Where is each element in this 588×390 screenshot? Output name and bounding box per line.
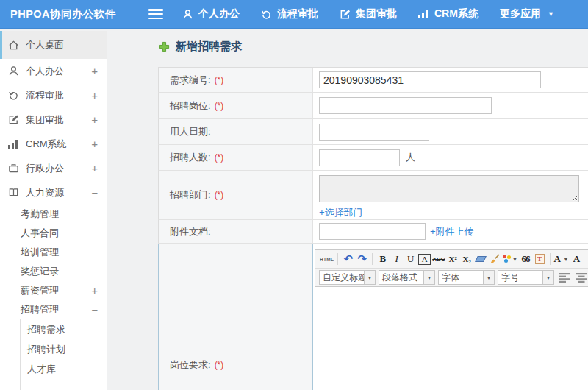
sidebar-item-admin-office[interactable]: 行政办公 + (0, 156, 107, 180)
font-size-select[interactable]: 字号 ▼ (498, 270, 554, 285)
expand-plus-icon[interactable]: + (92, 163, 98, 174)
sidebar-item-rewards[interactable]: 奖惩记录 (10, 262, 107, 281)
font-color-button[interactable]: A▼ (554, 252, 569, 266)
nav-label: 更多应用 (500, 7, 541, 21)
field-label-text: 岗位要求: (170, 358, 211, 372)
field-label: 用人日期: (159, 119, 313, 144)
headcount-input[interactable] (319, 149, 400, 166)
color-palette-icon[interactable]: ▼ (503, 252, 518, 266)
superscript-button[interactable]: X² (447, 252, 459, 266)
required-mark: (*) (215, 360, 224, 370)
sidebar-item-label: 行政办公 (26, 162, 64, 175)
sidebar-item-hr-contract[interactable]: 人事合同 (10, 224, 107, 243)
add-plus-icon (159, 41, 170, 52)
html-source-button[interactable]: HTML (320, 252, 334, 266)
field-label: 招聘部门: (*) (159, 171, 313, 219)
sidebar-item-crm[interactable]: CRM系统 + (0, 132, 107, 156)
sidebar-item-label: 人力资源 (26, 186, 64, 199)
paragraph-format-select[interactable]: 段落格式 ▼ (379, 270, 435, 285)
nav-personal-office[interactable]: 个人办公 (182, 7, 240, 21)
page-title-bar: 新增招聘需求 (159, 40, 242, 54)
nav-group-approval[interactable]: 集团审批 (340, 7, 397, 21)
app-logo: PHPOA协同办公软件 (10, 7, 140, 21)
attachment-input[interactable] (319, 223, 426, 240)
request-no-input[interactable] (319, 71, 541, 88)
edit-icon (340, 9, 351, 20)
select-value: 段落格式 (379, 272, 423, 284)
redo-icon[interactable]: ↷ (356, 252, 368, 266)
expand-plus-icon[interactable]: + (92, 138, 98, 150)
paste-word-icon[interactable]: T (534, 252, 546, 266)
upload-attachment-link[interactable]: +附件上传 (430, 225, 474, 238)
expand-plus-icon[interactable]: + (92, 285, 98, 297)
form-row-attachment: 附件文档: +附件上传 (158, 220, 588, 244)
sidebar-item-process-approval[interactable]: 流程审批 + (0, 83, 107, 107)
sidebar-item-hr[interactable]: 人力资源 − (0, 180, 107, 205)
form-row-request-no: 需求编号: (*) (158, 68, 588, 93)
form-row-headcount: 招聘人数: (*) 人 (158, 145, 588, 171)
field-label-text: 需求编号: (170, 74, 211, 87)
font-family-select[interactable]: 字体 ▼ (438, 270, 495, 285)
field-label: 需求编号: (*) (159, 68, 313, 92)
nav-process-approval[interactable]: 流程审批 (261, 7, 318, 21)
editor-content-area[interactable] (315, 287, 588, 390)
sidebar-item-talent-pool[interactable]: 人才库 (21, 359, 107, 379)
rich-text-editor: HTML ↶ ↷ B I U A ABC X² X₂ ▼ (315, 249, 588, 390)
italic-button[interactable]: I (390, 252, 403, 266)
expand-plus-icon[interactable]: + (92, 114, 98, 126)
process-icon (7, 90, 19, 102)
sidebar-item-label: 招聘管理 (21, 303, 59, 316)
nav-crm-system[interactable]: CRM系统 (418, 7, 478, 21)
sidebar-item-desktop[interactable]: 个人桌面 (0, 31, 107, 59)
position-input[interactable] (319, 97, 492, 114)
sidebar-item-recruit-request[interactable]: 招聘需求 (21, 319, 107, 339)
toolbar-separator (337, 253, 338, 265)
field-label: 岗位要求: (*) (159, 244, 313, 390)
header-nav: 个人办公 流程审批 集团审批 CRM系统 更多应用 ▼ (182, 7, 576, 21)
sidebar-item-label: 集团审批 (26, 113, 64, 127)
sidebar-item-personal-office[interactable]: 个人办公 + (0, 59, 107, 83)
sidebar-item-recruit-plan[interactable]: 招聘计划 (21, 339, 107, 359)
format-brush-icon[interactable] (489, 252, 501, 266)
page-title: 新增招聘需求 (176, 40, 242, 54)
eraser-icon[interactable] (475, 252, 487, 266)
sidebar-item-salary[interactable]: 薪资管理 + (10, 281, 107, 300)
form-row-position: 招聘岗位: (*) (158, 93, 588, 119)
required-mark: (*) (215, 190, 224, 200)
form-row-job-requirements: 岗位要求: (*) HTML ↶ ↷ B I U A ABC X² X₂ (158, 244, 588, 390)
sidebar-item-label: 培训管理 (21, 246, 59, 259)
required-mark: (*) (215, 101, 224, 111)
bar-chart-icon (7, 138, 19, 150)
hire-date-input[interactable] (319, 124, 429, 141)
collapse-minus-icon[interactable]: − (92, 304, 98, 316)
blockquote-button[interactable]: 66 (520, 252, 532, 266)
department-textarea[interactable] (319, 175, 579, 202)
nav-more-apps[interactable]: 更多应用 ▼ (500, 7, 554, 21)
top-header: PHPOA协同办公软件 个人办公 流程审批 集团审批 CRM系统 更多应用 (0, 0, 588, 29)
sidebar-item-training[interactable]: 培训管理 (10, 243, 107, 262)
expand-plus-icon[interactable]: + (92, 65, 98, 77)
field-label-text: 用人日期: (170, 125, 211, 138)
field-label: 附件文档: (159, 220, 313, 243)
nav-label: 流程审批 (277, 7, 318, 21)
collapse-minus-icon[interactable]: − (92, 187, 98, 199)
align-center-icon[interactable] (576, 273, 587, 283)
home-icon (7, 39, 19, 51)
bold-button[interactable]: B (376, 252, 389, 266)
menu-toggle-icon[interactable] (148, 9, 163, 19)
highlight-color-button[interactable]: A (570, 252, 583, 266)
strikethrough-button[interactable]: ABC (432, 252, 445, 266)
select-department-link[interactable]: +选择部门 (319, 206, 363, 219)
expand-plus-icon[interactable]: + (92, 90, 98, 102)
underline-button[interactable]: U (404, 252, 417, 266)
undo-icon[interactable]: ↶ (342, 252, 354, 266)
heading-select[interactable]: 自定义标题 ▼ (319, 270, 376, 285)
font-border-button[interactable]: A (418, 254, 431, 265)
toolbar-separator (550, 253, 551, 265)
sidebar-item-attendance[interactable]: 考勤管理 (10, 205, 107, 224)
caret-down-icon: ▼ (483, 271, 494, 284)
align-left-icon[interactable] (559, 273, 571, 283)
subscript-button[interactable]: X₂ (461, 252, 473, 266)
sidebar-item-group-approval[interactable]: 集团审批 + (0, 107, 107, 132)
sidebar-item-recruitment[interactable]: 招聘管理 − (10, 300, 107, 319)
